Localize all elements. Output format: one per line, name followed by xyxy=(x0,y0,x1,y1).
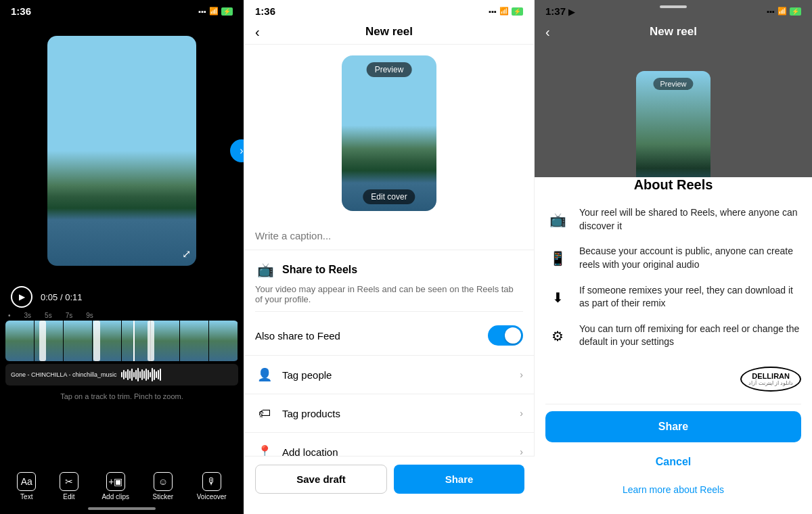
add-clips-icon: +▣ xyxy=(106,472,125,491)
text-icon: Aa xyxy=(17,472,36,491)
wave-bar xyxy=(143,371,145,379)
wifi-icon-1: ▪▪▪ xyxy=(198,7,206,16)
nav-bar-3: ‹ New reel xyxy=(535,20,812,44)
share-button-2[interactable]: Share xyxy=(394,465,524,494)
wifi-3: 📶 xyxy=(777,7,787,16)
status-icons-2: ▪▪▪ 📶 ⚡ xyxy=(489,7,523,16)
wave-bar xyxy=(148,370,149,379)
panel-3-preview-badge: Preview xyxy=(653,78,693,90)
wifi-2: 📶 xyxy=(499,7,509,16)
audio-label: Gone - CHINCHILLA - chinchilla_music xyxy=(11,371,117,378)
tag-people-chevron: › xyxy=(520,369,523,380)
wave-bar xyxy=(129,371,131,379)
battery-1: ⚡ xyxy=(221,7,233,16)
frame-8 xyxy=(209,321,238,361)
cancel-button-3[interactable]: Cancel xyxy=(545,449,801,475)
wave-bar xyxy=(145,369,147,381)
audio-track: Gone - CHINCHILLA - chinchilla_music xyxy=(5,364,238,386)
current-time: 0:05 / 0:11 xyxy=(41,292,82,302)
status-bar-2: 1:36 ▪▪▪ 📶 ⚡ xyxy=(244,0,534,20)
wave-bar xyxy=(121,372,122,377)
download-remix-icon: ⬇ xyxy=(545,285,570,310)
caption-input[interactable] xyxy=(244,222,534,250)
battery-3: ⚡ xyxy=(790,7,801,16)
save-draft-button[interactable]: Save draft xyxy=(255,465,387,494)
expand-icon[interactable]: ⤢ xyxy=(182,248,191,260)
status-icons-1: ▪▪▪ 📶 ⚡ xyxy=(198,7,233,16)
status-bar-1: 1:36 ▪▪▪ 📶 ⚡ xyxy=(0,0,244,20)
wave-bar xyxy=(150,372,151,377)
bottom-buttons-2: Save draft Share xyxy=(244,456,535,514)
voiceover-icon: 🎙 xyxy=(202,472,221,491)
play-button[interactable]: ▶ xyxy=(11,286,32,308)
toolbar-add-clips[interactable]: +▣ Add clips xyxy=(102,472,129,500)
playback-controls: ▶ 0:05 / 0:11 xyxy=(0,282,244,312)
toolbar-bottom: Aa Text ✂ Edit +▣ Add clips ☺ Sticker 🎙 … xyxy=(0,472,244,500)
tag-people-left: 👤 Tag people xyxy=(255,365,332,384)
toggle-knob xyxy=(505,327,521,344)
back-button-2[interactable]: ‹ xyxy=(255,24,260,40)
status-bar-3: 1:37 ▶ ▪▪▪ 📶 ⚡ xyxy=(535,0,812,20)
frame-7 xyxy=(180,321,209,361)
frame-3 xyxy=(64,321,93,361)
playhead xyxy=(133,321,135,361)
toolbar-sticker[interactable]: ☺ Sticker xyxy=(153,472,174,500)
toolbar-edit[interactable]: ✂ Edit xyxy=(60,472,78,500)
wave-bar xyxy=(158,370,159,379)
toolbar-text[interactable]: Aa Text xyxy=(17,472,36,500)
waveform xyxy=(121,368,233,381)
edit-cover-badge[interactable]: Edit cover xyxy=(363,189,415,204)
also-share-feed-row: Also share to Feed xyxy=(244,316,534,356)
tag-products-left: 🏷 Tag products xyxy=(255,404,340,423)
delliran-sub: دانلود از اینترنت آزاد xyxy=(748,380,793,386)
panel-video-editor: 1:36 ▪▪▪ 📶 ⚡ ⤢ › ▶ 0:05 / 0:11 • 3s 5s 7… xyxy=(0,0,244,514)
also-share-feed-label: Also share to Feed xyxy=(255,330,340,342)
edit-icon: ✂ xyxy=(60,472,78,491)
wave-bar xyxy=(156,371,157,378)
trim-handle-1[interactable] xyxy=(39,321,46,361)
delliran-logo: DELLIRAN دانلود از اینترنت آزاد xyxy=(740,367,801,392)
frame-6 xyxy=(151,321,180,361)
timeline-ruler: • 3s 5s 7s 9s xyxy=(0,312,244,319)
dots-2: ▪▪▪ xyxy=(489,7,497,16)
info-text-1: Your reel will be shared to Reels, where… xyxy=(579,206,801,233)
wave-bar xyxy=(141,369,143,380)
info-text-3: If someone remixes your reel, they can d… xyxy=(579,284,801,310)
toolbar-voiceover[interactable]: 🎙 Voiceover xyxy=(197,472,227,500)
also-share-feed-toggle[interactable] xyxy=(488,325,523,346)
tag-people-row[interactable]: 👤 Tag people › xyxy=(244,356,534,394)
wave-bar xyxy=(160,369,161,381)
wave-bar xyxy=(135,370,137,379)
wave-bar xyxy=(139,371,141,378)
nav-title-3: New reel xyxy=(650,25,697,39)
info-text-4: You can turn off remixing for each reel … xyxy=(579,323,801,349)
nav-title-2: New reel xyxy=(365,25,413,39)
share-button-3[interactable]: Share xyxy=(545,411,801,442)
trim-handle-2[interactable] xyxy=(93,321,100,361)
video-preview: ⤢ xyxy=(47,36,196,266)
info-row-1: 📺 Your reel will be shared to Reels, whe… xyxy=(545,206,801,233)
reel-preview-container: Preview Edit cover xyxy=(244,45,534,222)
reel-preview-card: Preview Edit cover xyxy=(342,55,436,211)
nav-bar-2: ‹ New reel xyxy=(244,20,534,45)
learn-more-button[interactable]: Learn more about Reels xyxy=(545,479,801,500)
wifi-signal-1: 📶 xyxy=(209,7,219,16)
trim-handle-3[interactable] xyxy=(148,321,154,361)
share-to-reels-section: 📺 Share to Reels Your video may appear i… xyxy=(244,250,534,316)
info-row-4: ⚙ You can turn off remixing for each ree… xyxy=(545,323,801,349)
share-to-reels-desc: Your video may appear in Reels and can b… xyxy=(255,284,523,312)
tag-products-row[interactable]: 🏷 Tag products › xyxy=(244,394,534,433)
info-row-2: 📱 Because your account is public, anyone… xyxy=(545,245,801,271)
drag-handle xyxy=(660,5,687,8)
tag-products-chevron: › xyxy=(520,408,523,419)
about-title: About Reels xyxy=(545,177,801,193)
wave-bar xyxy=(125,371,127,378)
frame-5 xyxy=(122,321,151,361)
back-button-3[interactable]: ‹ xyxy=(545,24,550,40)
wave-bar xyxy=(131,369,133,381)
wave-bar xyxy=(154,369,155,380)
preview-badge: Preview xyxy=(367,62,412,77)
panel-new-reel: 1:36 ▪▪▪ 📶 ⚡ ‹ New reel Preview Edit cov… xyxy=(244,0,535,514)
timeline-track[interactable] xyxy=(5,321,238,361)
info-row-3: ⬇ If someone remixes your reel, they can… xyxy=(545,284,801,310)
